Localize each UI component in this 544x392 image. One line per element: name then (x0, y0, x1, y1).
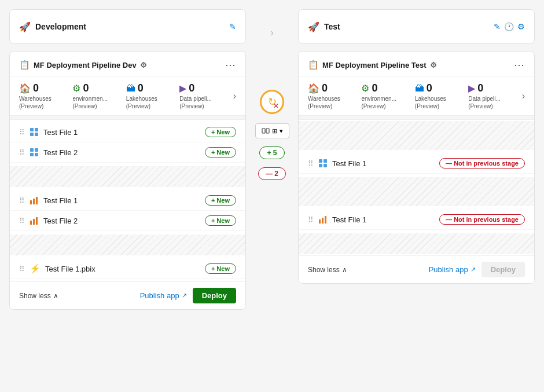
test-warehouse-label: Warehouses (308, 96, 340, 102)
compare-btn[interactable]: ⊞ ▾ (255, 123, 289, 138)
dev-pipeline-card-icon: 📋 (19, 60, 30, 70)
test-hatch-row-3 (299, 233, 534, 254)
dev-item2-grid-icon (30, 148, 39, 157)
dev-item1-grid-icon (30, 127, 39, 137)
connector-column: › ↻ ✕ ⊞ ▾ + 5 — 2 (246, 9, 298, 180)
test-history-icon[interactable]: 🕐 (504, 22, 514, 31)
test-pipeline-title-text: MF Deployment Pipeline Test (322, 61, 427, 69)
dev-chart-item2-left: ⠿ Test File 2 (19, 216, 78, 225)
minus-count-badge: — 2 (258, 167, 286, 180)
svg-rect-5 (35, 148, 38, 152)
dev-item-row: ⠿ Test File 2 + New (10, 142, 245, 163)
dev-item2-badge: + New (205, 147, 236, 157)
dev-item1-badge: + New (205, 127, 236, 137)
test-stage-title: 🚀 Test (308, 21, 340, 32)
dev-item1-left: ⠿ Test File 1 (19, 127, 78, 137)
test-publish-app-ext-icon: ↗ (471, 266, 476, 273)
dev-item-row: ⠿ Test File 1 + New (10, 122, 245, 142)
svg-rect-4 (30, 148, 34, 152)
test-section-sep-1 (299, 115, 534, 120)
plus-count-badge: + 5 (259, 146, 284, 159)
test-datapipeline-icon: ▶ (468, 83, 475, 94)
test-chart-item1-name: Test File 1 (332, 215, 366, 224)
compare-label: ⊞ (272, 127, 277, 135)
dev-edit-icon[interactable]: ✎ (229, 22, 236, 31)
dev-datapipeline-label: Data pipeli... (179, 96, 212, 102)
test-pipeline-more-icon[interactable]: ⋯ (514, 58, 525, 71)
svg-rect-9 (33, 199, 35, 204)
test-pipeline-settings-icon[interactable]: ⚙ (430, 61, 437, 69)
dev-deploy-btn[interactable]: Deploy (193, 288, 236, 303)
svg-rect-21 (322, 218, 324, 224)
svg-rect-1 (35, 128, 38, 131)
dev-pbix-item1-drag-icon: ⠿ (19, 265, 25, 273)
dev-publish-app-link[interactable]: Publish app ↗ (140, 291, 187, 300)
test-warehouse-num: 0 (322, 82, 328, 94)
test-lakehouse-icon: 🏔 (415, 83, 424, 94)
dev-lakehouse-icon: 🏔 (126, 83, 135, 94)
test-publish-app-link[interactable]: Publish app ↗ (429, 265, 476, 274)
test-metric-lakehouse: 🏔 0 Lakehouses (Preview) (415, 82, 468, 109)
test-datapipeline-num: 0 (477, 82, 483, 94)
dev-metric-env: ⚙ 0 environmen... (Preview) (72, 82, 126, 109)
dev-chart-item2-name: Test File 2 (43, 217, 78, 225)
test-show-less-btn[interactable]: Show less ∧ (308, 266, 347, 274)
dev-chart-item-row: ⠿ Test File 1 + New (10, 190, 245, 211)
dev-chart-item-row: ⠿ Test File 2 + New (10, 211, 245, 231)
test-pipeline-card-header: 📋 MF Deployment Pipeline Test ⚙ ⋯ (299, 52, 534, 76)
plus-count-label[interactable]: + 5 (259, 146, 284, 159)
compare-dropdown[interactable]: ▾ (280, 127, 283, 135)
test-show-less-label: Show less (308, 266, 340, 274)
dev-lakehouse-num: 0 (138, 82, 144, 94)
minus-count-label[interactable]: — 2 (258, 167, 286, 180)
test-publish-app-label: Publish app (429, 265, 468, 274)
test-chart-item1-badge: — Not in previous stage (439, 214, 525, 225)
test-metric-warehouses: 🏠 0 Warehouses (Preview) (308, 82, 361, 109)
svg-rect-19 (324, 164, 327, 167)
test-card-footer: Show less ∧ Publish app ↗ Deploy (299, 255, 534, 283)
dev-metric-datapipeline: ▶ 0 Data pipeli... (Preview) (179, 82, 233, 109)
dev-chart-item1-drag-icon: ⠿ (19, 196, 25, 205)
test-stage-header-icons: ✎ 🕐 ⚙ (494, 22, 525, 31)
dev-chart-item1-badge: + New (205, 195, 236, 206)
dev-items-section1: ⠿ Test File 1 + New ⠿ (10, 120, 245, 165)
svg-rect-0 (30, 128, 34, 131)
test-items-section1: ⠿ Test File 1 — Not in previous stage (299, 151, 534, 176)
test-footer-right: Publish app ↗ Deploy (429, 262, 525, 277)
test-chart-item1-icon (318, 215, 328, 224)
test-warehouse-icon: 🏠 (308, 83, 319, 94)
dev-pipeline-card-header: 📋 MF Deployment Pipeline Dev ⚙ ⋯ (10, 52, 245, 76)
test-datapipeline-sublabel: (Preview) (468, 103, 492, 109)
dev-items-section2: ⠿ Test File 1 + New ⠿ (10, 188, 245, 233)
test-item1-left: ⠿ Test File 1 (308, 159, 366, 168)
svg-rect-8 (30, 200, 32, 204)
test-metrics-row: 🏠 0 Warehouses (Preview) ⚙ 0 environmen.… (299, 76, 534, 115)
dev-env-sublabel: (Preview) (72, 103, 97, 109)
svg-rect-11 (30, 221, 32, 225)
dev-show-less-btn[interactable]: Show less ∧ (19, 292, 58, 300)
test-metrics-arrow[interactable]: › (522, 91, 525, 101)
test-settings-icon[interactable]: ⚙ (517, 22, 525, 31)
test-edit-icon[interactable]: ✎ (494, 22, 501, 31)
dev-metrics-arrow[interactable]: › (233, 91, 236, 101)
test-lakehouse-label: Lakehouses (415, 96, 446, 102)
test-stage-header: 🚀 Test ✎ 🕐 ⚙ (298, 9, 535, 44)
test-lakehouse-num: 0 (427, 82, 432, 94)
compare-btn-area: ⊞ ▾ (255, 123, 289, 138)
test-chart-item1-drag-icon: ⠿ (308, 215, 314, 224)
dev-pipeline-title: 📋 MF Deployment Pipeline Dev ⚙ (19, 60, 147, 70)
dev-pipeline-more-icon[interactable]: ⋯ (225, 58, 236, 71)
dev-item2-name: Test File 2 (43, 148, 78, 157)
dev-pbix-item1-left: ⠿ ⚡ Test File 1.pbix (19, 263, 95, 274)
dev-stage-column: 🚀 Development ✎ 📋 MF Deployment Pipeline… (9, 9, 246, 310)
dev-pipeline-title-text: MF Deployment Pipeline Dev (34, 61, 137, 69)
test-deploy-btn[interactable]: Deploy (481, 262, 525, 277)
test-hatch-row-2 (299, 177, 534, 206)
test-chart-item-row: ⠿ Test File 1 — Not in previous stage (299, 210, 534, 230)
test-item1-drag-icon: ⠿ (308, 159, 314, 168)
svg-rect-2 (30, 133, 34, 136)
dev-pipeline-settings-icon[interactable]: ⚙ (140, 61, 147, 69)
svg-rect-18 (319, 164, 322, 167)
dev-warehouse-num: 0 (33, 82, 39, 94)
dev-section-sep-1 (10, 115, 245, 120)
